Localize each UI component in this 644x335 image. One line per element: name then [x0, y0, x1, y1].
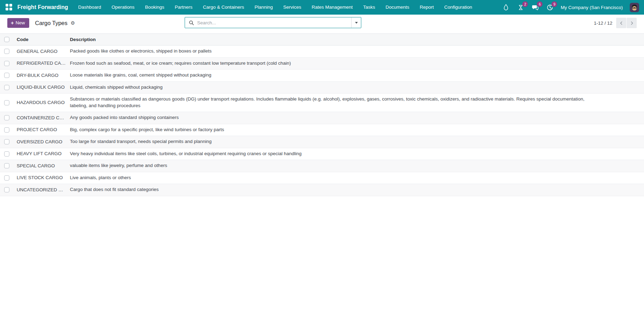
cargo-code: CONTAINERIZED CARGO [17, 112, 70, 124]
table-row[interactable]: GENERAL CARGO Packed goods like clothes … [0, 46, 644, 58]
row-checkbox-cell [0, 160, 17, 172]
row-checkbox-cell [0, 70, 17, 82]
menu-item-tasks[interactable]: Tasks [358, 0, 380, 15]
row-checkbox[interactable] [4, 49, 9, 54]
user-avatar[interactable] [630, 3, 639, 12]
cargo-code: LIQUID-BULK CARGO [17, 81, 70, 94]
cargo-types-list: Code Description GENERAL CARGO Packed go… [0, 33, 644, 196]
row-checkbox[interactable] [4, 163, 9, 168]
row-checkbox-cell [0, 172, 17, 184]
search-bar [185, 17, 361, 28]
new-button-label: New [16, 20, 25, 25]
menu-item-operations[interactable]: Operations [106, 0, 140, 15]
cargo-description: Packed goods like clothes or electronics… [70, 46, 644, 58]
menu-item-rates-management[interactable]: Rates Management [306, 0, 358, 15]
activity-clock-icon[interactable]: 9 [546, 3, 554, 11]
row-checkbox-cell [0, 148, 17, 160]
next-page-button[interactable] [627, 18, 637, 28]
topbar: Freight Forwarding DashboardOperationsBo… [0, 0, 644, 15]
row-checkbox-cell [0, 136, 17, 148]
menu-item-dashboard[interactable]: Dashboard [73, 0, 106, 15]
table-row[interactable]: UNCATEGORIZED CARGO Cargo that does not … [0, 184, 644, 196]
menu-item-bookings[interactable]: Bookings [140, 0, 170, 15]
new-button[interactable]: + New [7, 18, 29, 28]
row-checkbox-cell [0, 46, 17, 58]
menu-item-partners[interactable]: Partners [169, 0, 198, 15]
table-row[interactable]: SPECIAL CARGO valuable items like jewelr… [0, 160, 644, 172]
menu-item-cargo-containers[interactable]: Cargo & Containers [198, 0, 249, 15]
row-checkbox-cell [0, 124, 17, 136]
table-row[interactable]: PROJECT CARGO Big, complex cargo for a s… [0, 124, 644, 136]
cargo-description: Cargo that does not fit standard categor… [70, 184, 644, 196]
cargo-code: GENERAL CARGO [17, 46, 70, 58]
select-all-checkbox[interactable] [4, 37, 9, 42]
cargo-code: HEAVY LIFT CARGO [17, 148, 70, 160]
search-icon [189, 20, 194, 25]
messages-icon[interactable]: 6 [531, 3, 539, 11]
app-name[interactable]: Freight Forwarding [17, 4, 68, 10]
cargo-description: Substances or materials classified as da… [70, 94, 644, 112]
table-row[interactable]: LIVE STOCK CARGO Live animals, plants or… [0, 172, 644, 184]
company-switcher[interactable]: My Company (San Francisco) [561, 5, 623, 10]
column-header-description[interactable]: Description [70, 34, 644, 46]
menu-item-documents[interactable]: Documents [380, 0, 414, 15]
hourglass-timer-icon[interactable]: 2 [517, 3, 524, 11]
table-row[interactable]: DRY-BULK CARGO Loose materials like grai… [0, 70, 644, 82]
table-row[interactable]: OVERSIZED CARGO Too large for standard t… [0, 136, 644, 148]
pager: 1-12 / 12 [594, 18, 637, 28]
table-row[interactable]: LIQUID-BULK CARGO Liquid, chemicals ship… [0, 81, 644, 94]
control-panel: + New Cargo Types ⚙ 1-12 / 12 [0, 15, 644, 31]
row-checkbox-cell [0, 94, 17, 112]
prev-page-button[interactable] [616, 18, 626, 28]
row-checkbox[interactable] [4, 139, 9, 144]
droplet-icon[interactable] [502, 3, 510, 11]
row-checkbox[interactable] [4, 175, 9, 181]
activities-badge: 9 [552, 1, 557, 7]
cargo-description: Any goods packed into standard shipping … [70, 112, 644, 124]
table-row[interactable]: REFRIGERATED CARGO Frozen food such as s… [0, 57, 644, 70]
search-dropdown-toggle[interactable] [351, 17, 361, 28]
row-checkbox[interactable] [4, 151, 9, 157]
search-input[interactable] [197, 17, 351, 28]
cargo-description: Loose materials like grains, coal, cemen… [70, 70, 644, 82]
chevron-down-icon [355, 22, 358, 24]
cargo-description: Very heavy individual items like steel c… [70, 148, 644, 160]
table-row[interactable]: HEAVY LIFT CARGO Very heavy individual i… [0, 148, 644, 160]
cargo-code: OVERSIZED CARGO [17, 136, 70, 148]
cargo-code: PROJECT CARGO [17, 124, 70, 136]
row-checkbox[interactable] [4, 187, 9, 192]
row-checkbox[interactable] [4, 85, 9, 90]
select-all-cell [0, 34, 17, 46]
apps-menu-icon[interactable] [6, 4, 13, 11]
table-row[interactable]: HAZARDOUS CARGO Substances or materials … [0, 94, 644, 112]
cargo-code: REFRIGERATED CARGO [17, 57, 70, 70]
cargo-code: UNCATEGORIZED CARGO [17, 184, 70, 196]
topbar-menu: DashboardOperationsBookingsPartnersCargo… [73, 0, 477, 15]
row-checkbox-cell [0, 57, 17, 70]
row-checkbox-cell [0, 81, 17, 94]
systray: 2 6 9 My Company (San Francisco) [502, 3, 641, 12]
cargo-description: Frozen food such as seafood, meat, or ic… [70, 57, 644, 70]
breadcrumb: Cargo Types ⚙ [35, 20, 75, 26]
menu-item-configuration[interactable]: Configuration [439, 0, 477, 15]
page-title: Cargo Types [35, 20, 67, 26]
cargo-code: DRY-BULK CARGO [17, 70, 70, 82]
row-checkbox[interactable] [4, 100, 9, 105]
row-checkbox[interactable] [4, 127, 9, 133]
messages-badge: 6 [537, 1, 542, 7]
row-checkbox[interactable] [4, 73, 9, 78]
plus-icon: + [11, 21, 14, 25]
menu-item-planning[interactable]: Planning [249, 0, 278, 15]
table-row[interactable]: CONTAINERIZED CARGO Any goods packed int… [0, 112, 644, 124]
cargo-description: valuable items like jewelry, perfume and… [70, 160, 644, 172]
cargo-table-body: GENERAL CARGO Packed goods like clothes … [0, 46, 644, 196]
menu-item-report[interactable]: Report [414, 0, 439, 15]
hourglass-badge: 2 [522, 1, 528, 7]
column-header-code[interactable]: Code [17, 34, 70, 46]
menu-item-services[interactable]: Services [278, 0, 307, 15]
row-checkbox[interactable] [4, 115, 9, 120]
gear-icon[interactable]: ⚙ [71, 21, 75, 25]
cargo-description: Liquid, chemicals shipped without packag… [70, 81, 644, 94]
pager-range: 1-12 / 12 [594, 21, 612, 26]
row-checkbox[interactable] [4, 61, 9, 66]
